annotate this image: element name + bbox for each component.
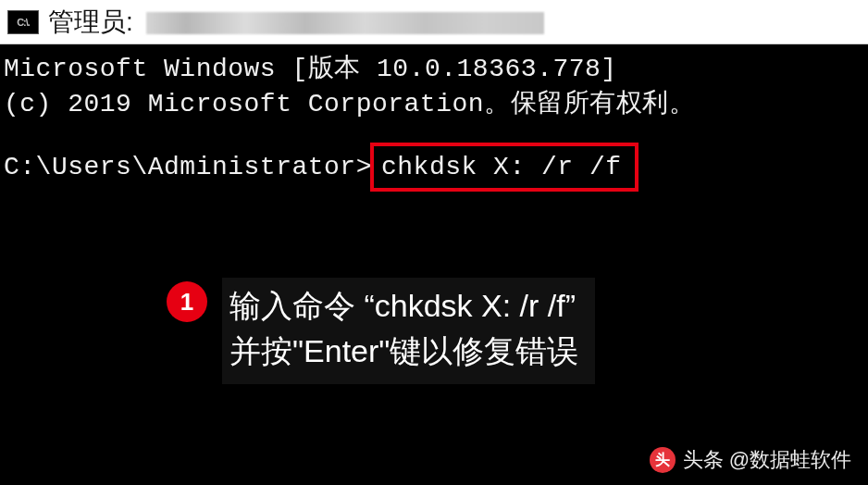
prompt-text: C:\Users\Administrator> [4,150,372,185]
cmd-icon: C:\. [7,10,39,34]
command-highlight-box: chkdsk X: /r /f [370,143,639,193]
step-number-badge: 1 [167,281,207,322]
title-blurred-path [146,12,544,34]
watermark-icon: 头 [650,447,676,473]
version-line: Microsoft Windows [版本 10.0.18363.778] [4,52,864,87]
window-title: 管理员: [48,5,544,40]
copyright-line: (c) 2019 Microsoft Corporation。保留所有权利。 [4,87,864,122]
watermark: 头 头条 @数据蛙软件 [650,446,851,474]
command-text[interactable]: chkdsk X: /r /f [381,153,622,181]
instruction-text-box: 输入命令 “chkdsk X: /r /f” 并按"Enter"键以修复错误 [222,278,595,384]
prompt-row: C:\Users\Administrator> chkdsk X: /r /f [4,143,864,193]
instruction-line-1: 输入命令 “chkdsk X: /r /f” [229,283,578,329]
instruction-callout: 1 输入命令 “chkdsk X: /r /f” 并按"Enter"键以修复错误 [167,278,595,384]
window-title-bar: C:\. 管理员: [0,0,868,44]
instruction-line-2: 并按"Enter"键以修复错误 [229,329,578,374]
watermark-text: 头条 @数据蛙软件 [683,446,851,474]
title-prefix: 管理员: [48,7,133,36]
terminal-output[interactable]: Microsoft Windows [版本 10.0.18363.778] (c… [0,44,868,192]
